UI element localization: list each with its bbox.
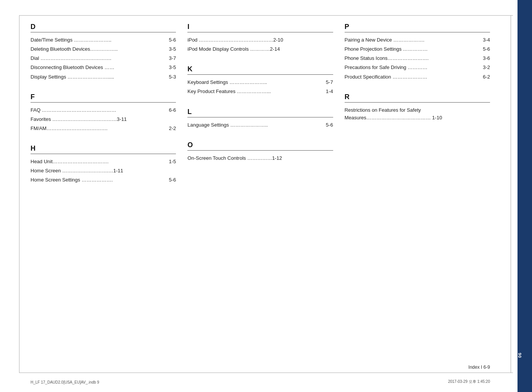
- entry-display-settings: Display Settings ……………………..... 5-3: [31, 72, 176, 82]
- entry-language-settings: Language Settings ………………….. 5-6: [187, 120, 333, 130]
- footer-file-info: H_LF 17_DAUD2.0[USA_EU]AV_.indb 9: [31, 380, 99, 384]
- entry-ipod: iPod ………………………………………2-10: [187, 35, 333, 45]
- entry-date-time: Date/Time Settings ………………….. 5-6: [31, 35, 176, 45]
- entry-home-screen: Home Screen ……………………….…1-11: [31, 166, 176, 175]
- border-top: [19, 15, 513, 16]
- entry-phone-projection-settings: Phone Projection Settings …………… 5-6: [345, 45, 490, 54]
- entry-key-product-features: Key Product Features ………………... 1-4: [187, 87, 333, 96]
- entry-precautions-safe-driving: Precautions for Safe Driving ………… 3-2: [345, 63, 490, 72]
- section-header-F: F: [31, 93, 176, 103]
- entry-fmam: FM/AM………………………………. 2-2: [31, 124, 176, 133]
- footer-page-label: Index I 6-9: [468, 365, 490, 370]
- right-tab: 06: [517, 0, 532, 392]
- column-2: I iPod ………………………………………2-10 iPod Mode Dis…: [187, 23, 333, 361]
- border-bottom: [19, 373, 513, 373]
- entry-disconnecting-bt: Disconnecting Bluetooth Devices …… 3-5: [31, 63, 176, 72]
- content-area: D Date/Time Settings ………………….. 5-6 Delet…: [31, 23, 490, 361]
- entry-phone-status-icons: Phone Status Icons……………………. 3-6: [345, 54, 490, 63]
- column-3: P Pairing a New Device ………………. 3-4 Phone…: [345, 23, 490, 361]
- border-right: [511, 15, 511, 373]
- entry-keyboard-settings: Keyboard Settings ………………….. 5-7: [187, 78, 333, 87]
- section-R: R Restrictions on Features for Safety Me…: [345, 93, 490, 122]
- section-header-K: K: [187, 65, 333, 75]
- entry-dial: Dial ……………………………………. 3-7: [31, 54, 176, 63]
- entry-faq: FAQ ……………………………………… 6-6: [31, 106, 176, 115]
- entry-head-unit: Head Unit……………………………. 1-5: [31, 157, 176, 166]
- section-I: I iPod ………………………………………2-10 iPod Mode Dis…: [187, 23, 333, 54]
- entry-pairing-new-device: Pairing a New Device ………………. 3-4: [345, 35, 490, 45]
- section-P: P Pairing a New Device ………………. 3-4 Phone…: [345, 23, 490, 82]
- column-1: D Date/Time Settings ………………….. 5-6 Delet…: [31, 23, 176, 361]
- border-left: [19, 15, 19, 373]
- entry-favorites: Favorites …………………………………3-11: [31, 115, 176, 124]
- section-K: K Keyboard Settings ………………….. 5-7 Key Pr…: [187, 65, 333, 96]
- entry-home-screen-settings: Home Screen Settings ………………. 5-6: [31, 175, 176, 185]
- section-L: L Language Settings ………………….. 5-6: [187, 108, 333, 130]
- section-header-O: O: [187, 141, 333, 151]
- section-H: H Head Unit……………………………. 1-5 Home Screen …: [31, 145, 176, 185]
- section-header-D: D: [31, 23, 176, 32]
- entry-restrictions-safety: Restrictions on Features for Safety Meas…: [345, 106, 490, 122]
- tab-number: 06: [517, 352, 532, 358]
- footer-timestamp: 2017-03-29 오후 1:45:20: [448, 379, 490, 384]
- section-F: F FAQ ……………………………………… 6-6 Favorites ……………: [31, 93, 176, 133]
- entry-on-screen-touch: On-Screen Touch Controls ……………1-12: [187, 154, 333, 163]
- entry-ipod-mode: iPod Mode Display Controls …………2-14: [187, 45, 333, 54]
- section-header-L: L: [187, 108, 333, 117]
- section-header-R: R: [345, 93, 490, 103]
- section-header-H: H: [31, 145, 176, 154]
- section-D: D Date/Time Settings ………………….. 5-6 Delet…: [31, 23, 176, 82]
- entry-product-specification: Product Specification ………………… 6-2: [345, 72, 490, 82]
- section-header-I: I: [187, 23, 333, 32]
- section-header-P: P: [345, 23, 490, 32]
- entry-deleting-bt: Deleting Bluetooth Devices…………….. 3-5: [31, 45, 176, 54]
- section-O: O On-Screen Touch Controls ……………1-12: [187, 141, 333, 163]
